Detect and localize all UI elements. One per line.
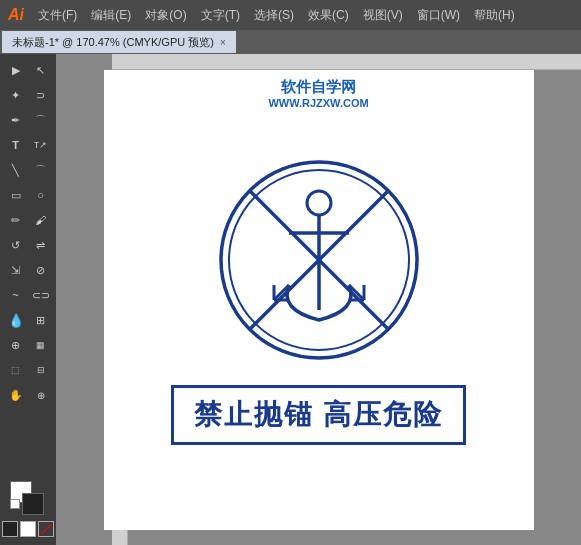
shear-tool[interactable]: ⊘ <box>29 258 53 282</box>
title-bar: Ai 文件(F) 编辑(E) 对象(O) 文字(T) 选择(S) 效果(C) 视… <box>0 0 581 30</box>
bar-graph-tool[interactable]: ▦ <box>29 333 53 357</box>
width-tool[interactable]: ⊂⊃ <box>29 283 53 307</box>
reflect-tool[interactable]: ⇌ <box>29 233 53 257</box>
tool-row-14: ✋ ⊕ <box>0 383 56 407</box>
tool-row-3: ✒ ⌒ <box>0 108 56 132</box>
menu-help[interactable]: 帮助(H) <box>468 5 521 26</box>
rectangle-tool[interactable]: ▭ <box>4 183 28 207</box>
rotate-tool[interactable]: ↺ <box>4 233 28 257</box>
tab-label: 未标题-1* @ 170.47% (CMYK/GPU 预览) <box>12 35 214 50</box>
canvas: 软件自学网 WWW.RJZXW.COM <box>104 70 534 530</box>
tool-row-13: ⬚ ⊟ <box>0 358 56 382</box>
tab-bar: 未标题-1* @ 170.47% (CMYK/GPU 预览) × <box>0 30 581 54</box>
pen-tool[interactable]: ✒ <box>4 108 28 132</box>
menu-window[interactable]: 窗口(W) <box>411 5 466 26</box>
tool-row-2: ✦ ⊃ <box>0 83 56 107</box>
toolbar: ▶ ↖ ✦ ⊃ ✒ ⌒ T T↗ ╲ ⌒ ▭ ○ ✏ 🖌 ↺ ⇌ <box>0 54 56 545</box>
tool-row-8: ↺ ⇌ <box>0 233 56 257</box>
watermark: 软件自学网 WWW.RJZXW.COM <box>268 78 368 109</box>
sign-text: 禁止抛锚 高压危险 <box>194 396 443 434</box>
lasso-tool[interactable]: ⊃ <box>29 83 53 107</box>
watermark-line1: 软件自学网 <box>268 78 368 97</box>
tool-row-5: ╲ ⌒ <box>0 158 56 182</box>
menu-file[interactable]: 文件(F) <box>32 5 83 26</box>
line-tool[interactable]: ╲ <box>4 158 28 182</box>
menu-bar: 文件(F) 编辑(E) 对象(O) 文字(T) 选择(S) 效果(C) 视图(V… <box>32 5 573 26</box>
stroke-box[interactable] <box>22 493 44 515</box>
zoom-tool[interactable]: ⊕ <box>29 383 53 407</box>
menu-effect[interactable]: 效果(C) <box>302 5 355 26</box>
color-area <box>0 477 58 541</box>
tool-row-9: ⇲ ⊘ <box>0 258 56 282</box>
menu-object[interactable]: 对象(O) <box>139 5 192 26</box>
measure-tool[interactable]: ⊞ <box>29 308 53 332</box>
document-tab[interactable]: 未标题-1* @ 170.47% (CMYK/GPU 预览) × <box>2 31 236 53</box>
tool-row-1: ▶ ↖ <box>0 58 56 82</box>
menu-text[interactable]: 文字(T) <box>195 5 246 26</box>
select-tool[interactable]: ▶ <box>4 58 28 82</box>
magic-wand-tool[interactable]: ✦ <box>4 83 28 107</box>
artboard-tool[interactable]: ⬚ <box>4 358 28 382</box>
touch-type-tool[interactable]: T↗ <box>29 133 53 157</box>
ai-logo-icon: Ai <box>8 6 24 24</box>
tool-row-11: 💧 ⊞ <box>0 308 56 332</box>
white-swatch[interactable] <box>20 521 36 537</box>
hand-tool[interactable]: ✋ <box>4 383 28 407</box>
eyedropper-tool[interactable]: 💧 <box>4 308 28 332</box>
text-sign: 禁止抛锚 高压危险 <box>171 385 466 445</box>
pencil-tool[interactable]: ✏ <box>4 208 28 232</box>
none-indicator <box>10 499 20 509</box>
tool-row-4: T T↗ <box>0 133 56 157</box>
menu-select[interactable]: 选择(S) <box>248 5 300 26</box>
tool-row-12: ⊕ ▦ <box>0 333 56 357</box>
canvas-area: 软件自学网 WWW.RJZXW.COM <box>56 54 581 545</box>
ruler-horizontal <box>112 54 581 70</box>
svg-point-2 <box>307 191 331 215</box>
sign-container: 禁止抛锚 高压危险 <box>171 155 466 445</box>
blend-tool[interactable]: ⊕ <box>4 333 28 357</box>
circle-sign <box>214 155 424 365</box>
black-swatch[interactable] <box>2 521 18 537</box>
type-tool[interactable]: T <box>4 133 28 157</box>
scale-tool[interactable]: ⇲ <box>4 258 28 282</box>
stroke-fill-area[interactable] <box>10 481 46 517</box>
curvature-tool[interactable]: ⌒ <box>29 108 53 132</box>
menu-edit[interactable]: 编辑(E) <box>85 5 137 26</box>
tool-row-10: ~ ⊂⊃ <box>0 283 56 307</box>
tab-close-button[interactable]: × <box>220 37 226 48</box>
direct-select-tool[interactable]: ↖ <box>29 58 53 82</box>
ellipse-tool[interactable]: ○ <box>29 183 53 207</box>
tool-row-6: ▭ ○ <box>0 183 56 207</box>
arc-tool[interactable]: ⌒ <box>29 158 53 182</box>
paintbrush-tool[interactable]: 🖌 <box>29 208 53 232</box>
menu-view[interactable]: 视图(V) <box>357 5 409 26</box>
slice-tool[interactable]: ⊟ <box>29 358 53 382</box>
watermark-line2: WWW.RJZXW.COM <box>268 97 368 109</box>
none-swatch[interactable] <box>38 521 54 537</box>
warp-tool[interactable]: ~ <box>4 283 28 307</box>
main-area: ▶ ↖ ✦ ⊃ ✒ ⌒ T T↗ ╲ ⌒ ▭ ○ ✏ 🖌 ↺ ⇌ <box>0 54 581 545</box>
tool-row-7: ✏ 🖌 <box>0 208 56 232</box>
